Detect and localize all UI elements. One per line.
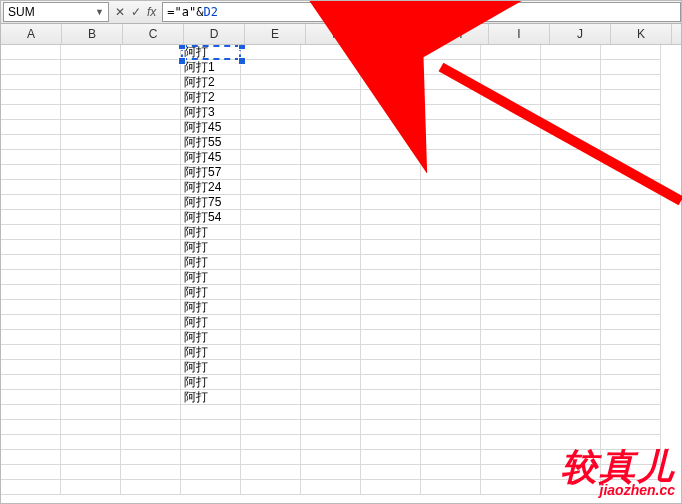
cell[interactable] xyxy=(301,315,361,330)
cell[interactable]: 阿打 xyxy=(181,345,241,360)
cell[interactable] xyxy=(241,465,301,480)
cell[interactable] xyxy=(1,435,61,450)
cell[interactable] xyxy=(421,135,481,150)
cell[interactable] xyxy=(421,420,481,435)
cell[interactable] xyxy=(241,135,301,150)
cell[interactable] xyxy=(541,90,601,105)
cell[interactable] xyxy=(301,150,361,165)
column-header-I[interactable]: I xyxy=(489,24,550,44)
cell[interactable] xyxy=(61,465,121,480)
cell[interactable] xyxy=(121,405,181,420)
cell[interactable] xyxy=(61,330,121,345)
cell[interactable] xyxy=(481,405,541,420)
cell[interactable] xyxy=(421,120,481,135)
cell[interactable] xyxy=(61,150,121,165)
cell[interactable] xyxy=(421,360,481,375)
cell[interactable] xyxy=(1,405,61,420)
cell[interactable] xyxy=(421,180,481,195)
active-edit-cell[interactable]: ="a"&D2 xyxy=(360,45,422,61)
cell[interactable] xyxy=(61,315,121,330)
cell[interactable] xyxy=(301,255,361,270)
cell[interactable] xyxy=(301,225,361,240)
cell[interactable] xyxy=(241,90,301,105)
cell[interactable]: 阿打2 xyxy=(181,90,241,105)
cell[interactable] xyxy=(541,450,601,465)
cell[interactable] xyxy=(361,375,421,390)
cell[interactable] xyxy=(61,345,121,360)
cell[interactable] xyxy=(181,405,241,420)
cell[interactable] xyxy=(601,60,661,75)
cell[interactable]: 阿打3 xyxy=(181,105,241,120)
cell[interactable] xyxy=(421,90,481,105)
cell[interactable]: 阿打45 xyxy=(181,150,241,165)
cell[interactable] xyxy=(601,405,661,420)
cell[interactable] xyxy=(1,255,61,270)
cell[interactable] xyxy=(601,375,661,390)
cell[interactable] xyxy=(301,45,361,60)
cell[interactable]: 阿打 xyxy=(181,390,241,405)
cell[interactable] xyxy=(1,120,61,135)
cell[interactable] xyxy=(241,390,301,405)
cell[interactable]: 阿打 xyxy=(181,300,241,315)
cell[interactable]: 阿打 xyxy=(181,315,241,330)
cell[interactable] xyxy=(481,270,541,285)
cell[interactable] xyxy=(301,375,361,390)
cell[interactable] xyxy=(301,180,361,195)
cell[interactable] xyxy=(421,375,481,390)
cell[interactable] xyxy=(421,225,481,240)
cell[interactable] xyxy=(361,435,421,450)
cell[interactable] xyxy=(61,285,121,300)
cell[interactable] xyxy=(481,105,541,120)
cell[interactable] xyxy=(481,165,541,180)
cell[interactable] xyxy=(61,390,121,405)
cell[interactable] xyxy=(1,180,61,195)
cell[interactable]: 阿打 xyxy=(181,255,241,270)
cell[interactable] xyxy=(361,405,421,420)
cell[interactable] xyxy=(241,450,301,465)
cell[interactable] xyxy=(1,45,61,60)
cell[interactable] xyxy=(601,450,661,465)
cell[interactable] xyxy=(361,345,421,360)
cell[interactable] xyxy=(1,240,61,255)
cell[interactable] xyxy=(121,165,181,180)
cell[interactable] xyxy=(1,135,61,150)
cell[interactable] xyxy=(1,195,61,210)
cell[interactable]: 阿打 xyxy=(181,45,241,60)
cell[interactable] xyxy=(241,300,301,315)
cell[interactable] xyxy=(301,450,361,465)
cell[interactable] xyxy=(121,420,181,435)
cell[interactable] xyxy=(301,105,361,120)
cell[interactable] xyxy=(421,330,481,345)
cell[interactable] xyxy=(61,105,121,120)
cell[interactable] xyxy=(301,135,361,150)
cell[interactable]: 阿打75 xyxy=(181,195,241,210)
cell[interactable] xyxy=(361,255,421,270)
cell[interactable] xyxy=(241,75,301,90)
cell[interactable] xyxy=(541,390,601,405)
cell[interactable] xyxy=(361,300,421,315)
cell[interactable] xyxy=(481,60,541,75)
cell[interactable] xyxy=(121,315,181,330)
cell[interactable] xyxy=(421,450,481,465)
cell[interactable] xyxy=(541,75,601,90)
cell[interactable] xyxy=(301,75,361,90)
cell[interactable] xyxy=(361,195,421,210)
cell[interactable] xyxy=(241,315,301,330)
cell[interactable] xyxy=(361,135,421,150)
cell[interactable] xyxy=(301,390,361,405)
cell[interactable] xyxy=(121,90,181,105)
cell[interactable] xyxy=(481,285,541,300)
cell[interactable] xyxy=(1,465,61,480)
cell[interactable] xyxy=(421,75,481,90)
cell[interactable] xyxy=(481,480,541,495)
column-header-B[interactable]: B xyxy=(62,24,123,44)
cell[interactable] xyxy=(601,105,661,120)
cell[interactable] xyxy=(301,465,361,480)
cell[interactable]: 阿打 xyxy=(181,375,241,390)
cell[interactable] xyxy=(1,300,61,315)
cell[interactable] xyxy=(601,180,661,195)
cell[interactable] xyxy=(121,210,181,225)
cell[interactable] xyxy=(481,45,541,60)
cell[interactable] xyxy=(61,300,121,315)
cell[interactable] xyxy=(121,180,181,195)
